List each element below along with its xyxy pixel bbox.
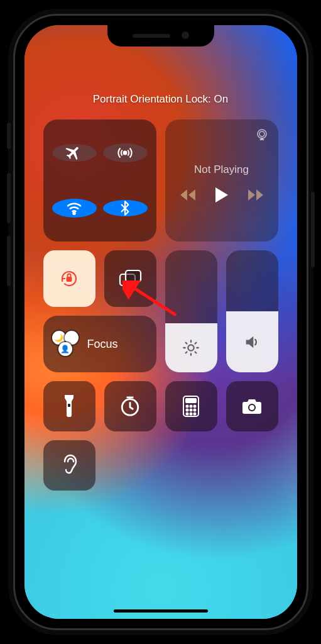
- power-button: [311, 192, 315, 267]
- timer-icon: [119, 396, 141, 417]
- svg-point-17: [194, 409, 196, 411]
- speaker-icon: [243, 333, 261, 351]
- svg-point-13: [190, 406, 192, 408]
- svg-rect-6: [126, 270, 141, 282]
- svg-point-18: [187, 413, 188, 415]
- svg-point-19: [190, 413, 192, 415]
- svg-point-20: [194, 413, 196, 415]
- airplane-icon: [65, 144, 83, 162]
- volume-up-button: [7, 173, 11, 223]
- orientation-lock-icon: [57, 266, 82, 291]
- notch: [107, 25, 214, 47]
- camera-icon: [241, 397, 263, 415]
- calculator-icon: [183, 396, 199, 417]
- iphone-frame: Portrait Orientation Lock: On: [13, 14, 308, 630]
- airplane-mode-button[interactable]: [52, 144, 97, 162]
- focus-label: Focus: [87, 338, 118, 351]
- brightness-slider[interactable]: [165, 250, 217, 372]
- screen-mirroring-button[interactable]: [104, 250, 156, 307]
- connectivity-group[interactable]: [43, 119, 156, 242]
- svg-point-1: [73, 213, 75, 214]
- volume-down-button: [7, 236, 11, 286]
- media-controls: [180, 187, 264, 203]
- volume-slider[interactable]: [226, 250, 278, 372]
- svg-rect-8: [68, 404, 70, 407]
- flashlight-icon: [62, 395, 76, 418]
- brightness-fill: [165, 323, 217, 372]
- personal-focus-icon: 👤: [58, 342, 72, 356]
- home-indicator[interactable]: [114, 609, 208, 613]
- ear-icon: [60, 454, 78, 477]
- orientation-lock-button[interactable]: [43, 250, 95, 307]
- wifi-button[interactable]: [52, 199, 97, 218]
- svg-point-22: [249, 405, 254, 410]
- now-playing-label: Not Playing: [194, 164, 249, 176]
- antenna-icon: [116, 143, 134, 162]
- svg-point-12: [187, 406, 188, 408]
- sun-icon: [182, 339, 200, 357]
- svg-point-15: [187, 409, 188, 411]
- svg-point-14: [194, 406, 196, 408]
- airplay-icon[interactable]: [254, 127, 269, 142]
- svg-point-16: [190, 409, 192, 411]
- svg-rect-11: [186, 399, 196, 402]
- control-center: Not Playing: [43, 119, 278, 491]
- svg-point-2: [258, 130, 266, 138]
- wifi-icon: [65, 199, 84, 218]
- status-banner: Portrait Orientation Lock: On: [24, 93, 297, 106]
- svg-point-3: [259, 131, 264, 136]
- focus-button[interactable]: 🌙 🛏 👤 Focus: [43, 316, 156, 372]
- svg-point-0: [124, 152, 127, 155]
- svg-rect-4: [67, 277, 72, 282]
- screen: Portrait Orientation Lock: On: [24, 25, 297, 619]
- media-playback-group[interactable]: Not Playing: [165, 119, 278, 242]
- focus-mode-icons: 🌙 🛏 👤: [52, 330, 81, 358]
- bluetooth-button[interactable]: [103, 200, 148, 216]
- forward-button[interactable]: [248, 189, 264, 201]
- volume-fill: [226, 311, 278, 372]
- hearing-button[interactable]: [43, 440, 95, 491]
- cellular-data-button[interactable]: [103, 143, 148, 162]
- timer-button[interactable]: [104, 381, 156, 431]
- bluetooth-icon: [117, 200, 133, 216]
- svg-point-7: [188, 345, 193, 351]
- screen-mirroring-icon: [118, 269, 142, 289]
- flashlight-button[interactable]: [43, 381, 95, 431]
- rewind-button[interactable]: [180, 189, 196, 201]
- calculator-button[interactable]: [165, 381, 217, 431]
- mute-switch: [7, 123, 11, 149]
- camera-button[interactable]: [226, 381, 278, 431]
- play-button[interactable]: [215, 187, 229, 203]
